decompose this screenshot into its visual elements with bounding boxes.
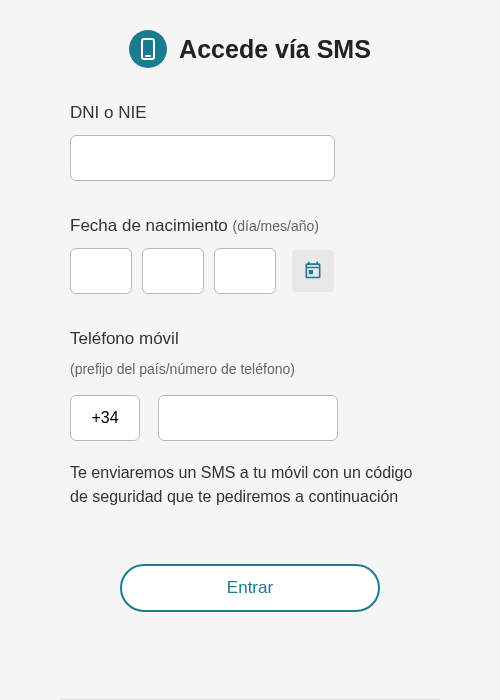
dni-label: DNI o NIE xyxy=(70,103,430,123)
page-title: Accede vía SMS xyxy=(179,35,371,64)
dob-year-input[interactable] xyxy=(214,248,276,294)
page-header: Accede vía SMS xyxy=(60,30,440,68)
calendar-button[interactable] xyxy=(292,250,334,292)
dni-input[interactable] xyxy=(70,135,335,181)
phone-icon xyxy=(129,30,167,68)
phone-sublabel: (prefijo del país/número de teléfono) xyxy=(70,361,430,377)
dob-label-text: Fecha de nacimiento xyxy=(70,216,233,235)
phone-label: Teléfono móvil xyxy=(70,329,430,349)
dob-month-input[interactable] xyxy=(142,248,204,294)
dob-label: Fecha de nacimiento (día/mes/año) xyxy=(70,216,430,236)
phone-row xyxy=(70,395,430,441)
dob-row xyxy=(70,248,430,294)
phone-number-input[interactable] xyxy=(158,395,338,441)
phone-prefix-input[interactable] xyxy=(70,395,140,441)
dob-day-input[interactable] xyxy=(70,248,132,294)
dob-label-hint: (día/mes/año) xyxy=(233,218,319,234)
info-text: Te enviaremos un SMS a tu móvil con un c… xyxy=(70,461,430,509)
calendar-icon xyxy=(303,260,323,283)
submit-button[interactable]: Entrar xyxy=(120,564,380,612)
